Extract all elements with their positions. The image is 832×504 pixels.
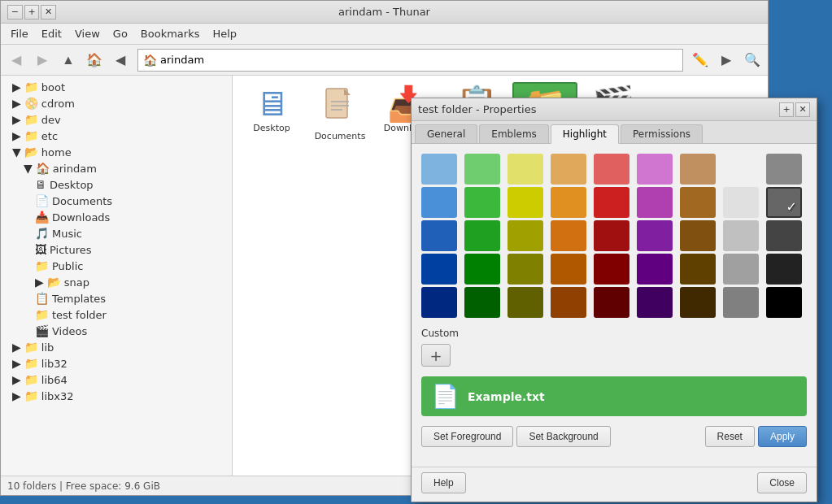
- color-swatch[interactable]: [680, 187, 716, 218]
- color-swatch[interactable]: [637, 187, 673, 218]
- sidebar-item-music[interactable]: 🎵 Music: [1, 225, 232, 241]
- menu-go[interactable]: Go: [107, 25, 134, 42]
- color-swatch[interactable]: [464, 154, 500, 185]
- color-swatch[interactable]: [723, 154, 759, 185]
- color-swatch[interactable]: [551, 154, 586, 185]
- sidebar-item-pictures[interactable]: 🖼 Pictures: [1, 241, 232, 258]
- color-swatch[interactable]: [594, 220, 629, 251]
- sidebar-item-dev[interactable]: ▶ 📁 dev: [1, 111, 232, 128]
- left-nav-button[interactable]: ◀: [108, 48, 133, 72]
- color-swatch[interactable]: [766, 254, 802, 285]
- file-item-desktop[interactable]: 🖥 Desktop: [239, 82, 304, 146]
- color-swatch[interactable]: [464, 220, 500, 251]
- color-swatch[interactable]: ✓: [766, 187, 802, 218]
- tab-general[interactable]: General: [415, 124, 477, 143]
- color-swatch[interactable]: [594, 187, 629, 218]
- color-swatch[interactable]: [637, 154, 673, 185]
- color-swatch[interactable]: [507, 254, 543, 285]
- menu-edit[interactable]: Edit: [35, 25, 68, 42]
- color-swatch[interactable]: [637, 287, 673, 318]
- sidebar-item-boot[interactable]: ▶ 📁 boot: [1, 79, 232, 95]
- color-swatch[interactable]: [507, 154, 543, 185]
- address-bar[interactable]: 🏠 arindam: [137, 49, 683, 72]
- tab-emblems[interactable]: Emblems: [479, 124, 549, 143]
- color-swatch[interactable]: [551, 187, 586, 218]
- color-swatch[interactable]: [723, 187, 759, 218]
- sidebar-item-arindam[interactable]: ▼ 🏠 arindam: [1, 160, 232, 176]
- color-swatch[interactable]: [766, 287, 802, 318]
- home-button[interactable]: 🏠: [82, 48, 107, 72]
- edit-address-button[interactable]: ✏️: [688, 48, 712, 72]
- color-swatch[interactable]: [723, 254, 759, 285]
- sidebar-item-templates[interactable]: 📋 Templates: [1, 290, 232, 306]
- menu-bookmarks[interactable]: Bookmarks: [134, 25, 207, 42]
- add-custom-color-button[interactable]: +: [421, 344, 451, 367]
- sidebar-item-documents[interactable]: 📄 Documents: [1, 193, 232, 209]
- menu-file[interactable]: File: [4, 25, 35, 42]
- color-swatch[interactable]: [507, 220, 543, 251]
- color-swatch[interactable]: [551, 254, 586, 285]
- color-swatch[interactable]: [421, 254, 457, 285]
- search-button[interactable]: 🔍: [740, 48, 764, 72]
- color-swatch[interactable]: [680, 220, 716, 251]
- close-button[interactable]: ✕: [41, 5, 56, 20]
- color-swatch[interactable]: [680, 254, 716, 285]
- set-background-button[interactable]: Set Background: [516, 426, 610, 447]
- sidebar-item-lib64[interactable]: ▶ 📁 lib64: [1, 371, 232, 388]
- color-swatch[interactable]: [723, 220, 759, 251]
- tab-highlight[interactable]: Highlight: [551, 124, 619, 144]
- sidebar-item-cdrom[interactable]: ▶ 📀 cdrom: [1, 95, 232, 111]
- menu-help[interactable]: Help: [206, 25, 243, 42]
- color-swatch[interactable]: [594, 287, 629, 318]
- color-swatch[interactable]: [766, 220, 802, 251]
- menu-view[interactable]: View: [68, 25, 107, 42]
- color-swatch[interactable]: [594, 154, 629, 185]
- color-swatch[interactable]: [637, 254, 673, 285]
- minimize-button[interactable]: −: [7, 5, 23, 20]
- sidebar-item-lib32[interactable]: ▶ 📁 lib32: [1, 355, 232, 371]
- color-swatch[interactable]: [507, 187, 543, 218]
- color-swatch[interactable]: [551, 287, 586, 318]
- back-button[interactable]: ◀: [4, 48, 28, 72]
- folder-open-icon: 📂: [24, 146, 38, 159]
- reset-button[interactable]: Reset: [705, 426, 755, 447]
- sidebar-item-desktop[interactable]: 🖥 Desktop: [1, 176, 232, 193]
- help-button[interactable]: Help: [421, 472, 466, 493]
- sidebar-item-downloads[interactable]: 📥 Downloads: [1, 209, 232, 225]
- color-swatch[interactable]: [551, 220, 586, 251]
- color-swatch[interactable]: [464, 287, 500, 318]
- sidebar-item-videos[interactable]: 🎬 Videos: [1, 323, 232, 339]
- apply-button[interactable]: Apply: [758, 426, 807, 447]
- sidebar-item-etc[interactable]: ▶ 📁 etc: [1, 128, 232, 144]
- sidebar-item-public[interactable]: 📁 Public: [1, 258, 232, 274]
- color-swatch[interactable]: [421, 287, 457, 318]
- dialog-maximize-button[interactable]: +: [779, 102, 794, 117]
- maximize-button[interactable]: +: [24, 5, 40, 20]
- set-foreground-button[interactable]: Set Foreground: [421, 426, 513, 447]
- color-swatch[interactable]: [766, 154, 802, 185]
- file-item-documents[interactable]: Documents: [307, 82, 372, 146]
- music-icon: 🎵: [35, 227, 49, 240]
- sidebar-item-lib[interactable]: ▶ 📁 lib: [1, 339, 232, 355]
- tab-permissions[interactable]: Permissions: [621, 124, 703, 143]
- sidebar-item-home[interactable]: ▼ 📂 home: [1, 144, 232, 160]
- sidebar-item-test-folder[interactable]: 📁 test folder: [1, 306, 232, 323]
- close-dialog-button[interactable]: Close: [757, 472, 807, 493]
- sidebar-item-snap[interactable]: ▶ 📂 snap: [1, 274, 232, 290]
- color-swatch[interactable]: [464, 254, 500, 285]
- color-swatch[interactable]: [421, 220, 457, 251]
- up-button[interactable]: ▲: [56, 48, 81, 72]
- nav-right-button[interactable]: ▶: [714, 48, 738, 72]
- color-swatch[interactable]: [507, 287, 543, 318]
- color-swatch[interactable]: [594, 254, 629, 285]
- color-swatch[interactable]: [637, 220, 673, 251]
- color-swatch[interactable]: [680, 287, 716, 318]
- color-swatch[interactable]: [464, 187, 500, 218]
- color-swatch[interactable]: [680, 154, 716, 185]
- color-swatch[interactable]: [421, 154, 457, 185]
- dialog-close-button[interactable]: ✕: [795, 102, 810, 117]
- sidebar-item-libx32[interactable]: ▶ 📁 libx32: [1, 388, 232, 404]
- color-swatch[interactable]: [421, 187, 457, 218]
- color-swatch[interactable]: [723, 287, 759, 318]
- forward-button[interactable]: ▶: [30, 48, 54, 72]
